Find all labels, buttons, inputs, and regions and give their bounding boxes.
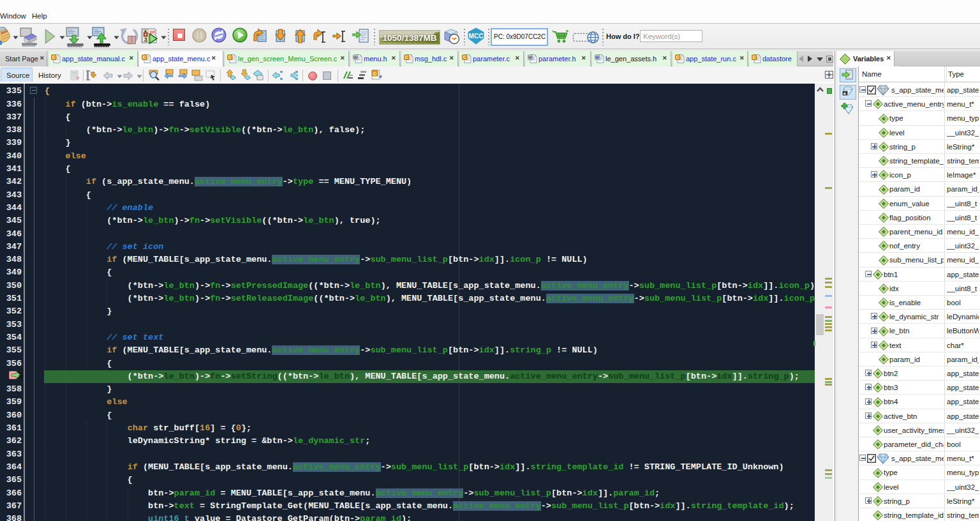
svg-text:C: C [463,55,466,59]
svg-text:3: 3 [144,36,147,43]
svg-text:MCC: MCC [469,33,484,40]
svg-text:C: C [373,71,377,77]
svg-text:W: W [353,56,357,59]
svg-text:W: W [595,56,599,59]
svg-text:C: C [52,55,56,59]
svg-text:W: W [528,56,532,59]
svg-text:C: C [143,55,146,59]
svg-text:C: C [228,55,232,59]
svg-text:C: C [753,55,756,59]
svg-text:C: C [676,55,679,59]
svg-text:C: C [405,55,408,59]
